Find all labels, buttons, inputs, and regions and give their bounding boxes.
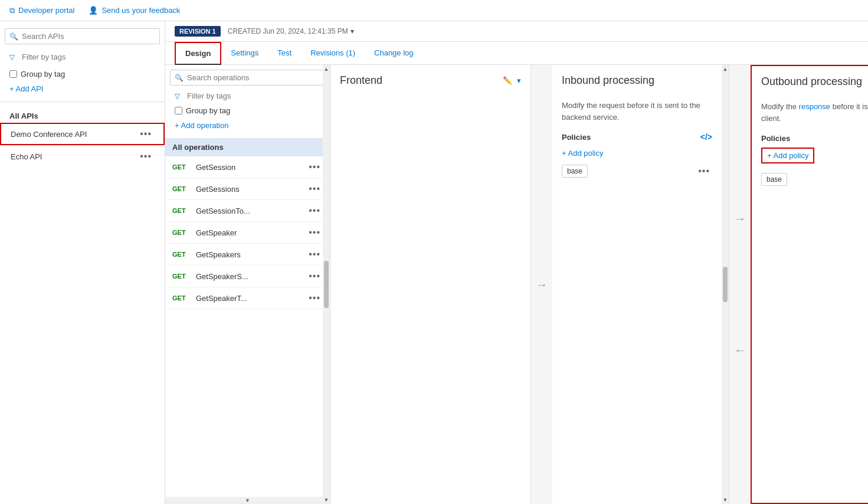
op-method-getsession: GET: [172, 163, 190, 171]
dev-portal-label: Developer portal: [18, 6, 74, 15]
outbound-header: Outbound processing: [761, 76, 868, 94]
search-apis-input[interactable]: [5, 28, 160, 44]
outbound-description: Modify the response before it is sent to…: [761, 101, 868, 124]
outbound-policies-label: Policies: [761, 134, 790, 143]
op-item-getsessionto[interactable]: GET GetSessionTo... •••: [165, 200, 330, 222]
tab-revisions[interactable]: Revisions (1): [301, 42, 365, 64]
inbound-add-policy-button[interactable]: + Add policy: [562, 146, 712, 160]
inbound-scrollbar[interactable]: ▲ ▼: [722, 65, 729, 504]
design-panels: Frontend ✏️ ▾ → Inbound processing: [330, 65, 868, 504]
search-operations-input[interactable]: [170, 70, 325, 86]
tabs-bar: Design Settings Test Revisions (1) Chang…: [165, 42, 868, 65]
ops-scrollbar[interactable]: ▲ ▼: [323, 65, 330, 504]
api-item-menu-demo[interactable]: •••: [137, 127, 154, 140]
frontend-header: Frontend ✏️ ▾: [340, 74, 521, 87]
content-area: 🔍 ▽ Group by tag + Add operation: [165, 65, 868, 504]
op-name-getspeakers2: GetSpeakerS...: [196, 272, 248, 281]
ops-scroll-thumb: [324, 261, 329, 308]
filter-icon: ▽: [9, 53, 15, 61]
arrow-frontend-inbound: →: [531, 278, 552, 292]
search-icon: 🔍: [9, 32, 18, 41]
ops-search: 🔍: [170, 70, 325, 86]
op-method-getspeaker: GET: [172, 229, 190, 236]
add-api-label: + Add API: [9, 84, 43, 93]
api-item-echo[interactable]: Echo API •••: [0, 145, 165, 168]
op-item-getspeaker[interactable]: GET GetSpeaker •••: [165, 222, 330, 244]
op-item-getsession[interactable]: GET GetSession •••: [165, 156, 330, 178]
feedback-link[interactable]: 👤 Send us your feedback: [89, 6, 180, 15]
ops-filter: ▽: [170, 88, 325, 104]
inbound-scroll-up-icon[interactable]: ▲: [723, 66, 728, 72]
op-name-getspeakers: GetSpeakers: [196, 250, 241, 259]
revision-badge: REVISION 1: [175, 26, 221, 37]
op-name-getsessions: GetSessions: [196, 185, 240, 194]
inbound-panel-container: Inbound processing Modify the request be…: [552, 65, 729, 504]
group-by-tag-label: Group by tag: [21, 70, 65, 78]
inbound-scroll-down-icon[interactable]: ▼: [723, 497, 728, 503]
group-by-tag-checkbox[interactable]: [9, 70, 17, 78]
op-item-getsessions[interactable]: GET GetSessions •••: [165, 178, 330, 200]
frontend-actions: ✏️ ▾: [503, 76, 521, 85]
ops-scroll-down-icon[interactable]: ▼: [324, 497, 329, 503]
filter-ops-tags-input[interactable]: [170, 88, 325, 104]
op-method-getsessions: GET: [172, 185, 190, 192]
ops-list: GET GetSession ••• GET GetSessions •••: [165, 156, 330, 497]
inbound-base-menu[interactable]: •••: [696, 165, 712, 178]
inbound-policies-label: Policies: [562, 133, 591, 142]
outbound-desc-pre: Modify the: [761, 102, 799, 111]
op-menu-getsessionto[interactable]: •••: [306, 204, 323, 217]
person-icon: 👤: [89, 6, 98, 15]
left-sidebar: 🔍 ▽ Group by tag + Add API All APIs Demo…: [0, 21, 165, 504]
op-menu-getspeakers2[interactable]: •••: [306, 270, 323, 283]
add-operation-label: + Add operation: [175, 121, 228, 130]
outbound-panel: Outbound processing Modify the response …: [752, 66, 868, 503]
op-item-getspeakers2[interactable]: GET GetSpeakerS... •••: [165, 266, 330, 287]
chevron-down-icon[interactable]: ▾: [517, 76, 521, 85]
feedback-label: Send us your feedback: [101, 6, 180, 15]
op-method-getspeakers2: GET: [172, 273, 190, 280]
add-api-button[interactable]: + Add API: [0, 81, 165, 97]
op-menu-getsessions[interactable]: •••: [306, 182, 323, 195]
ops-scroll-bottom-icon[interactable]: ▼: [245, 498, 250, 503]
inbound-title: Inbound processing: [562, 74, 654, 87]
op-item-getspeakers[interactable]: GET GetSpeakers •••: [165, 244, 330, 266]
tab-settings[interactable]: Settings: [221, 42, 268, 64]
developer-portal-link[interactable]: ⧉ Developer portal: [9, 6, 74, 15]
inbound-panel: Inbound processing Modify the request be…: [552, 65, 722, 504]
ops-controls: 🔍 ▽ Group by tag + Add operation: [165, 65, 330, 138]
outbound-policies-row: Policies </>: [761, 133, 868, 143]
ops-group-label: Group by tag: [186, 106, 230, 115]
ops-group-checkbox[interactable]: [175, 107, 182, 114]
inbound-header: Inbound processing: [562, 74, 712, 93]
filter-tags-input[interactable]: [5, 49, 160, 65]
inbound-code-icon[interactable]: </>: [700, 132, 712, 142]
api-item-menu-echo[interactable]: •••: [137, 150, 154, 163]
tab-test[interactable]: Test: [268, 42, 301, 64]
add-operation-button[interactable]: + Add operation: [170, 117, 325, 133]
op-menu-getsession[interactable]: •••: [306, 161, 323, 174]
op-menu-getspeaker[interactable]: •••: [306, 226, 323, 239]
all-operations-item[interactable]: All operations: [165, 138, 330, 156]
inbound-policies-row: Policies </>: [562, 132, 712, 142]
tab-design[interactable]: Design: [175, 42, 221, 65]
revision-created-label: CREATED Jun 20, 2024, 12:41:35 PM: [228, 27, 348, 35]
outbound-add-policy-button[interactable]: + Add policy: [761, 148, 814, 163]
op-method-getspeakert: GET: [172, 294, 190, 302]
revision-chevron-icon[interactable]: ▾: [351, 27, 354, 35]
revision-bar: REVISION 1 CREATED Jun 20, 2024, 12:41:3…: [165, 21, 868, 42]
frontend-title: Frontend: [340, 74, 382, 87]
op-name-getspeaker: GetSpeaker: [196, 228, 237, 237]
op-menu-getspeakert[interactable]: •••: [306, 292, 323, 305]
api-item-demo[interactable]: Demo Conference API •••: [0, 123, 165, 145]
ops-scroll-up-icon[interactable]: ▲: [324, 66, 329, 72]
op-name-getspeakert: GetSpeakerT...: [196, 294, 247, 303]
op-method-getspeakers: GET: [172, 251, 190, 258]
op-item-getspeakert[interactable]: GET GetSpeakerT... •••: [165, 287, 330, 309]
ops-scroll-bottom[interactable]: ▼: [165, 497, 330, 504]
op-menu-getspeakers[interactable]: •••: [306, 248, 323, 261]
tab-changelog[interactable]: Change log: [365, 42, 423, 64]
inbound-base-label: base: [567, 167, 582, 175]
revision-meta: CREATED Jun 20, 2024, 12:41:35 PM ▾: [228, 27, 354, 35]
ops-group-checkbox-container: Group by tag: [170, 104, 325, 117]
edit-icon[interactable]: ✏️: [503, 76, 512, 85]
